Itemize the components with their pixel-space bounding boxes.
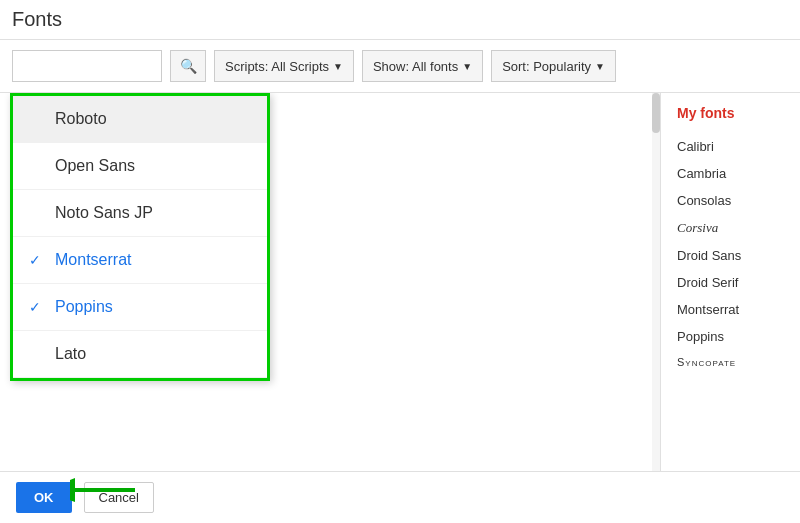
- font-item-label: Open Sans: [55, 157, 135, 175]
- sidebar-font-item[interactable]: Montserrat: [661, 296, 800, 323]
- font-item[interactable]: ✓Montserrat: [13, 237, 267, 284]
- show-caret-icon: ▼: [462, 61, 472, 72]
- scripts-dropdown[interactable]: Scripts: All Scripts ▼: [214, 50, 354, 82]
- main-layout: RobotoOpen SansNoto Sans JP✓Montserrat✓P…: [0, 93, 800, 523]
- toolbar: 🔍 Scripts: All Scripts ▼ Show: All fonts…: [0, 40, 800, 93]
- show-dropdown[interactable]: Show: All fonts ▼: [362, 50, 483, 82]
- sort-dropdown[interactable]: Sort: Popularity ▼: [491, 50, 616, 82]
- scrollbar-track[interactable]: [652, 93, 660, 493]
- sidebar-font-item[interactable]: Consolas: [661, 187, 800, 214]
- sidebar-font-item[interactable]: Poppins: [661, 323, 800, 350]
- sidebar-title: My fonts: [661, 105, 800, 133]
- sidebar-font-item[interactable]: Droid Sans: [661, 242, 800, 269]
- sidebar-font-item[interactable]: Cambria: [661, 160, 800, 187]
- sidebar-font-item[interactable]: Corsiva: [661, 214, 800, 242]
- show-label: Show: All fonts: [373, 59, 458, 74]
- font-item[interactable]: Noto Sans JP: [13, 190, 267, 237]
- sidebar-font-item[interactable]: Calibri: [661, 133, 800, 160]
- scripts-caret-icon: ▼: [333, 61, 343, 72]
- scrollbar-thumb[interactable]: [652, 93, 660, 133]
- sort-caret-icon: ▼: [595, 61, 605, 72]
- search-button[interactable]: 🔍: [170, 50, 206, 82]
- font-item[interactable]: Open Sans: [13, 143, 267, 190]
- sidebar-font-item[interactable]: Droid Serif: [661, 269, 800, 296]
- search-input[interactable]: [12, 50, 162, 82]
- my-fonts-sidebar: My fonts CalibriCambriaConsolasCorsivaDr…: [660, 93, 800, 523]
- font-item-label: Lato: [55, 345, 86, 363]
- search-icon: 🔍: [180, 58, 197, 74]
- font-item[interactable]: Roboto: [13, 96, 267, 143]
- font-item-label: Roboto: [55, 110, 107, 128]
- page-title: Fonts: [12, 8, 62, 30]
- font-item-label: Poppins: [55, 298, 113, 316]
- font-dropdown: RobotoOpen SansNoto Sans JP✓Montserrat✓P…: [10, 93, 270, 381]
- font-item-label: Montserrat: [55, 251, 131, 269]
- page-header: Fonts: [0, 0, 800, 40]
- ok-button[interactable]: OK: [16, 482, 72, 513]
- font-item-label: Noto Sans JP: [55, 204, 153, 222]
- font-item[interactable]: ✓Poppins: [13, 284, 267, 331]
- scripts-label: Scripts: All Scripts: [225, 59, 329, 74]
- arrow-indicator: [70, 475, 140, 509]
- sidebar-font-item[interactable]: Syncopate: [661, 350, 800, 374]
- sort-label: Sort: Popularity: [502, 59, 591, 74]
- font-item[interactable]: Lato: [13, 331, 267, 378]
- font-list-area: RobotoOpen SansNoto Sans JP✓Montserrat✓P…: [0, 93, 660, 523]
